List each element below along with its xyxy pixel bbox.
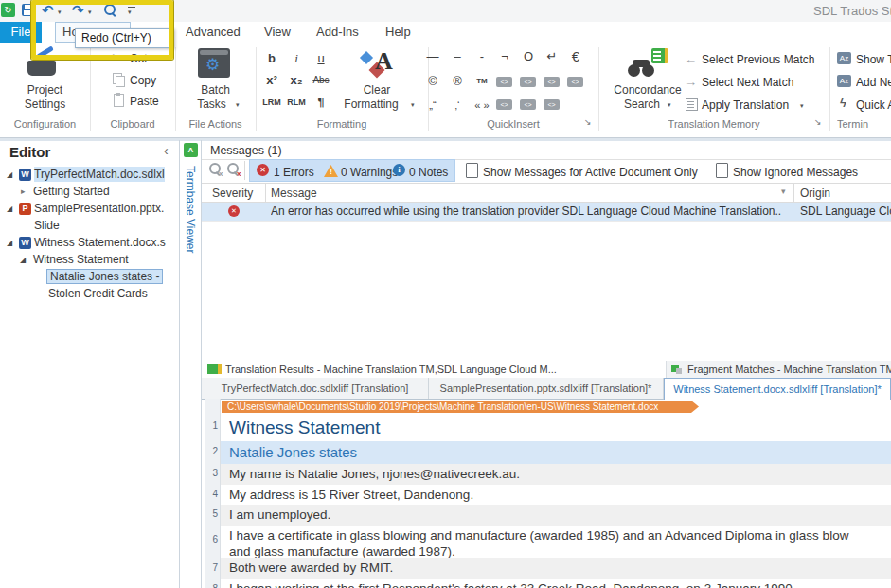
underline-button[interactable]: u	[311, 49, 331, 68]
rlm-button[interactable]: RLM	[286, 93, 307, 112]
qi-o-button[interactable]: O	[518, 47, 539, 66]
error-message-cell[interactable]: An error has occurred while using the tr…	[271, 205, 790, 218]
tab-advanced[interactable]: Advanced	[186, 22, 241, 43]
segment-3[interactable]: My name is Natalie Jones, njones@nativec…	[221, 464, 891, 485]
clear-formatting-dropdown-icon[interactable]: ▾	[411, 100, 415, 110]
qi-guillemet-button[interactable]: « »	[472, 96, 492, 115]
qi-trademark-button[interactable]: TM	[472, 72, 492, 91]
column-header-origin[interactable]: Origin	[800, 187, 830, 200]
qi-squote-button[interactable]: ‚‘	[447, 96, 468, 115]
clear-formatting-icon[interactable]: A	[356, 47, 400, 81]
qi-euro-button[interactable]: €	[565, 47, 586, 66]
warnings-filter-button[interactable]: 0 Warnings	[341, 166, 398, 179]
superscript-button[interactable]: x²	[261, 71, 282, 90]
tab-add-ins[interactable]: Add-Ins	[316, 22, 359, 43]
segment-5[interactable]: I am unemployed.	[221, 505, 891, 526]
project-settings-button-line2[interactable]: Settings	[0, 98, 90, 111]
column-header-severity[interactable]: Severity	[212, 187, 253, 200]
segment-7[interactable]: Both were awarded by RMIT.	[221, 558, 891, 579]
qi-tag-button[interactable]: <>	[520, 99, 536, 110]
qi-emdash-button[interactable]: —	[422, 47, 443, 66]
qi-tag-button[interactable]: <>	[567, 77, 583, 87]
segment-1-heading[interactable]: Witness Statement	[221, 414, 891, 441]
lrm-button[interactable]: LRM	[261, 93, 282, 112]
clear-search-icon[interactable]: x	[226, 162, 243, 179]
group-label-file-actions: File Actions	[175, 118, 256, 130]
strikethrough-button[interactable]: Abc	[311, 71, 331, 90]
clear-formatting-button[interactable]: Clear	[333, 83, 420, 97]
concordance-dropdown-icon[interactable]: ▾	[668, 100, 671, 110]
qi-tag-button[interactable]: <>	[544, 99, 560, 110]
show-active-document-button[interactable]: Show Messages for Active Document Only	[483, 166, 698, 179]
tree-item-getting-started[interactable]: Getting Started	[33, 184, 110, 199]
tab-view[interactable]: View	[264, 22, 291, 43]
gear-icon: ⚙	[205, 57, 220, 73]
clear-formatting-button-line2[interactable]: Formatting	[328, 98, 415, 111]
concordance-search-button[interactable]: Concordance	[612, 83, 684, 97]
doc-tab-tryperfectmatch[interactable]: TryPerfectMatch.doc.sdlxliff [Translatio…	[202, 378, 429, 399]
qi-registered-button[interactable]: ®	[447, 72, 468, 91]
segment-number: 2	[205, 446, 218, 456]
show-ignored-messages-button[interactable]: Show Ignored Messages	[733, 166, 858, 179]
document-icon	[466, 163, 478, 178]
segment-number: 8	[205, 583, 218, 588]
doc-tab-witness-statement-active[interactable]: Witness Statement.docx.sdlxliff [Transla…	[664, 378, 891, 400]
tree-expand-icon[interactable]: ◢	[7, 170, 12, 180]
apply-translation-button: Apply Translation	[702, 98, 789, 112]
translation-results-tab-label[interactable]: Translation Results - Machine Translatio…	[225, 361, 663, 378]
tab-help[interactable]: Help	[385, 22, 411, 43]
error-row-icon: ✕	[228, 205, 240, 217]
qi-tag-button[interactable]: <>	[520, 77, 536, 87]
qi-tag-button[interactable]: <>	[544, 77, 560, 87]
termbase-viewer-tab[interactable]: Termbase Viewer	[184, 166, 197, 253]
table-border	[202, 183, 891, 184]
bold-button[interactable]: b	[261, 49, 282, 68]
error-origin-cell[interactable]: SDL Language Cloud Machin	[800, 205, 891, 218]
notes-filter-button[interactable]: 0 Notes	[409, 166, 448, 179]
tree-expand-icon[interactable]: ◢	[7, 239, 12, 248]
termbase-viewer-icon[interactable]: A	[184, 143, 198, 157]
segment-2-selected[interactable]: Natalie Jones states –	[221, 441, 891, 464]
batch-tasks-dropdown-icon[interactable]: ▾	[236, 100, 240, 110]
translation-results-icon	[207, 364, 222, 374]
tree-item-samplepresentation[interactable]: SamplePresentation.pptx.	[34, 201, 164, 216]
tree-item-witness-statement-file[interactable]: Witness Statement.docx.s	[34, 235, 166, 250]
search-messages-icon[interactable]: x	[208, 162, 225, 179]
project-settings-button[interactable]: Project	[0, 83, 90, 97]
batch-tasks-button-line2[interactable]: Tasks	[171, 98, 252, 111]
batch-tasks-button[interactable]: Batch	[175, 83, 256, 97]
tree-item-natalie-jones[interactable]: Natalie Jones states -	[46, 269, 163, 284]
paste-button: Paste	[130, 95, 159, 108]
qi-opt-hyphen-button[interactable]: ¬	[494, 47, 515, 66]
qi-copyright-button[interactable]: ©	[422, 72, 443, 91]
tree-collapse-icon[interactable]: ▸	[21, 187, 26, 196]
document-icon	[716, 163, 728, 178]
segment-6-line1[interactable]: I have a certificate in glass blowing an…	[221, 527, 891, 543]
qi-dquote-button[interactable]: „“	[422, 96, 443, 115]
qi-hyphen-button[interactable]: -	[472, 47, 492, 66]
errors-filter-button[interactable]: 1 Errors	[274, 166, 314, 179]
tree-item-stolen-credit-cards[interactable]: Stolen Credit Cards	[48, 286, 148, 301]
sort-filter-icon[interactable]: ▾	[781, 187, 786, 196]
quickinsert-dialog-launcher-icon[interactable]: ↘	[584, 117, 592, 127]
concordance-search-icon[interactable]	[625, 48, 668, 80]
fragment-matches-tab-label[interactable]: Fragment Matches - Machine Translation T…	[687, 361, 891, 378]
qi-endash-button[interactable]: –	[447, 47, 468, 66]
subscript-button[interactable]: x₂	[286, 71, 307, 90]
batch-tasks-icon[interactable]: ⚙	[198, 48, 230, 78]
qi-tag-button[interactable]: <>	[496, 99, 512, 110]
italic-button[interactable]: i	[286, 49, 307, 68]
qi-tag-button[interactable]: <>	[496, 77, 512, 87]
segment-4[interactable]: My address is 15 River Street, Dandenong…	[221, 485, 891, 505]
column-header-message[interactable]: Message	[271, 187, 317, 200]
tree-expand-icon[interactable]: ◢	[20, 256, 26, 265]
segment-8[interactable]: I began working at the first Respondent'…	[221, 579, 891, 588]
qi-break-button[interactable]: ↵	[542, 47, 562, 66]
doc-tab-samplepresentation[interactable]: SamplePresentation.pptx.sdlxliff [Transl…	[429, 378, 664, 399]
tree-item-witness-statement[interactable]: Witness Statement	[33, 252, 129, 267]
tm-dialog-launcher-icon[interactable]: ↘	[814, 117, 822, 127]
collapse-panel-icon[interactable]: ‹	[164, 143, 169, 158]
tree-expand-icon[interactable]: ◢	[7, 205, 12, 214]
tree-item-tryperfectmatch[interactable]: TryPerfectMatch.doc.sdlxl	[34, 167, 165, 182]
tree-item-slide[interactable]: Slide	[34, 218, 60, 233]
